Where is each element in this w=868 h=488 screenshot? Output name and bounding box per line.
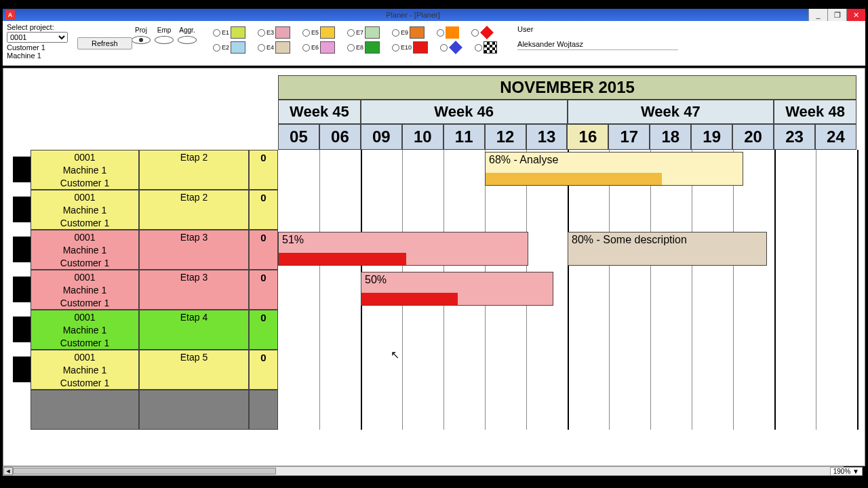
scroll-left-arrow[interactable]: ◄ — [3, 467, 13, 475]
row-stage-cell: Etap 5 — [139, 350, 249, 390]
workspace: NOVEMBER 2015 Week 45Week 46Week 47Week … — [3, 68, 865, 466]
gantt-area[interactable] — [278, 310, 856, 350]
e7-swatch — [365, 26, 380, 39]
red-diamond-radio[interactable] — [471, 29, 479, 37]
row-info-cell: 0001Machine 1Customer 1 — [31, 350, 139, 390]
day-header: 10 — [402, 124, 443, 150]
row-handle[interactable] — [13, 277, 31, 302]
row-stage-cell: Etap 2 — [139, 190, 249, 230]
machine-line: Machine 1 — [7, 52, 121, 60]
flag-icon — [446, 26, 459, 39]
app-icon: A — [5, 10, 15, 20]
aggr-radio[interactable] — [178, 36, 197, 44]
user-label: User — [517, 25, 678, 33]
red-diamond-icon — [480, 26, 494, 39]
month-label: NOVEMBER 2015 — [278, 75, 856, 100]
blue-diamond-radio[interactable] — [440, 44, 448, 52]
emp-radio[interactable] — [155, 36, 174, 44]
e5-radio[interactable] — [302, 29, 310, 37]
day-header: 16 — [567, 124, 608, 150]
blue-diamond-icon — [449, 41, 462, 54]
proj-radio[interactable] — [132, 36, 151, 44]
day-header: 13 — [526, 124, 568, 150]
e9-swatch — [410, 26, 425, 39]
close-button[interactable]: ✕ — [846, 9, 865, 21]
gantt-area[interactable] — [278, 190, 856, 230]
user-name: Aleksander Wojtasz — [517, 37, 678, 50]
task-label: 50% — [361, 272, 553, 287]
e2-radio[interactable] — [213, 44, 220, 52]
axis-emp-label: Emp — [155, 26, 174, 34]
gantt-area[interactable]: 50% — [278, 270, 856, 310]
row-value-cell: 0 — [249, 190, 278, 230]
day-header: 19 — [691, 124, 732, 150]
task-label: 80% - Some description — [568, 232, 766, 247]
gantt-area[interactable] — [278, 350, 856, 390]
day-header: 11 — [443, 124, 485, 150]
row-value-cell: 0 — [249, 270, 278, 310]
finish-radio[interactable] — [475, 44, 482, 52]
week-header: Week 47 — [568, 100, 774, 124]
row-info-cell: 0001Machine 1Customer 1 — [31, 150, 139, 190]
gantt-area[interactable]: 68% - Analyse — [278, 150, 856, 190]
task-bar[interactable]: 50% — [361, 272, 553, 306]
axis-proj-label: Proj — [132, 26, 151, 34]
scroll-thumb[interactable] — [13, 468, 276, 474]
e3-radio[interactable] — [258, 29, 265, 37]
e4-radio[interactable] — [258, 44, 265, 52]
day-header: 18 — [650, 124, 691, 150]
row-handle[interactable] — [13, 237, 31, 262]
e1-radio[interactable] — [213, 29, 220, 37]
day-header: 12 — [485, 124, 526, 150]
task-progress — [486, 173, 662, 185]
task-label: 51% — [279, 232, 528, 247]
row-info-cell: 0001Machine 1Customer 1 — [31, 270, 139, 310]
day-header: 17 — [608, 124, 650, 150]
row-value-cell: 0 — [249, 310, 278, 350]
gantt-grid: NOVEMBER 2015 Week 45Week 46Week 47Week … — [3, 75, 856, 433]
flag-radio[interactable] — [437, 29, 444, 37]
maximize-button[interactable]: ❐ — [827, 9, 846, 21]
day-header: 05 — [278, 124, 319, 150]
row-handle[interactable] — [13, 357, 31, 382]
e8-swatch — [365, 41, 380, 54]
calendar-header: NOVEMBER 2015 Week 45Week 46Week 47Week … — [278, 75, 856, 150]
week-header: Week 48 — [774, 100, 856, 124]
task-row: 0001Machine 1Customer 1Etap 3050% — [3, 270, 856, 310]
task-bar[interactable]: 80% - Some description — [568, 232, 767, 266]
horizontal-scrollbar[interactable]: ◄ ► — [3, 466, 844, 476]
task-progress — [279, 253, 406, 265]
task-bar[interactable]: 68% - Analyse — [485, 152, 743, 186]
row-value-cell: 0 — [249, 150, 278, 190]
day-header: 06 — [319, 124, 361, 150]
project-select[interactable]: 0001 — [7, 32, 68, 43]
e10-radio[interactable] — [392, 44, 399, 52]
row-handle[interactable] — [13, 157, 31, 182]
row-value-cell: 0 — [249, 350, 278, 390]
task-row: 0001Machine 1Customer 1Etap 40 — [3, 310, 856, 350]
toolbar: Select project: 0001 Customer 1 Machine … — [3, 21, 865, 66]
day-header: 20 — [732, 124, 774, 150]
e6-radio[interactable] — [302, 44, 310, 52]
task-label: 68% - Analyse — [486, 152, 743, 167]
task-bar[interactable]: 51% — [278, 232, 528, 266]
e9-radio[interactable] — [392, 29, 399, 37]
task-row: 0001Machine 1Customer 1Etap 20 — [3, 190, 856, 230]
e8-radio[interactable] — [347, 44, 355, 52]
window-title: Planer - [Planer] — [18, 11, 808, 19]
minimize-button[interactable]: _ — [808, 9, 827, 21]
row-stage-cell: Etap 3 — [139, 230, 249, 270]
e2-swatch — [231, 41, 245, 54]
zoom-indicator[interactable]: 190% ▼ — [830, 467, 863, 476]
row-stage-cell: Etap 2 — [139, 150, 249, 190]
task-row: 0001Machine 1Customer 1Etap 2068% - Anal… — [3, 150, 856, 190]
row-handle[interactable] — [13, 317, 31, 342]
row-stage-cell: Etap 4 — [139, 310, 249, 350]
user-block: User Aleksander Wojtasz — [517, 21, 678, 50]
task-row: 0001Machine 1Customer 1Etap 3051%80% - S… — [3, 230, 856, 270]
e7-radio[interactable] — [347, 29, 355, 37]
gantt-area[interactable]: 51%80% - Some description — [278, 230, 856, 270]
row-handle[interactable] — [13, 197, 31, 222]
refresh-button[interactable]: Refresh — [77, 37, 132, 49]
e5-swatch — [320, 26, 335, 39]
